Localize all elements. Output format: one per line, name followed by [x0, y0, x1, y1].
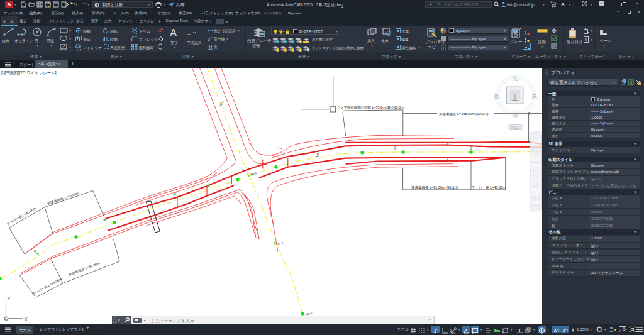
svg-text:テーパー長 L=45.00m: テーパー長 L=45.00m	[6, 206, 37, 226]
svg-text:加速車線長 L=90.00m: 加速車線長 L=90.00m	[68, 261, 101, 277]
svg-text:上: 上	[512, 94, 519, 101]
svg-text:[-][平面図][2D ワイヤフレーム]: [-][平面図][2D ワイヤフレーム]	[1, 70, 57, 75]
svg-text:N0.1: N0.1	[219, 99, 225, 106]
svg-text:5K: 5K	[33, 249, 37, 253]
svg-text:テーパー長 L=45.00m: テーパー長 L=45.00m	[31, 277, 63, 296]
svg-text:0: 0	[242, 168, 245, 171]
svg-text:N0.-1: N0.-1	[276, 241, 284, 246]
svg-text:ランプ接続端間の距離 L=75.0m (最小60.0m): ランプ接続端間の距離 L=75.0m (最小60.0m)	[337, 106, 405, 110]
svg-text:北: 北	[512, 75, 518, 82]
svg-text:Y: Y	[7, 295, 11, 302]
svg-text:N0.3: N0.3	[470, 144, 473, 150]
svg-text:N0.1: N0.1	[316, 150, 320, 157]
svg-text:南: 南	[512, 111, 518, 118]
svg-text:西: 西	[493, 92, 499, 99]
svg-text:加速車線長 L=168.00m (90x1.4): 加速車線長 L=168.00m (90x1.4)	[439, 112, 489, 116]
svg-text:テーパー: テーパー	[528, 111, 541, 115]
svg-text:東: 東	[531, 92, 538, 99]
svg-text:減速車線長 L=70.00m: 減速車線長 L=70.00m	[46, 191, 79, 206]
svg-text:減速車線長 L=91.00m (90x1.3): 減速車線長 L=91.00m (90x1.3)	[411, 185, 459, 190]
svg-text:X: X	[24, 316, 28, 322]
svg-text:N0.0: N0.0	[250, 172, 257, 177]
svg-text:WCS: WCS	[511, 126, 518, 129]
svg-text:N0.2: N0.2	[394, 144, 397, 150]
svg-text:テーパー長 L=45.00m: テーパー長 L=45.00m	[472, 185, 506, 189]
